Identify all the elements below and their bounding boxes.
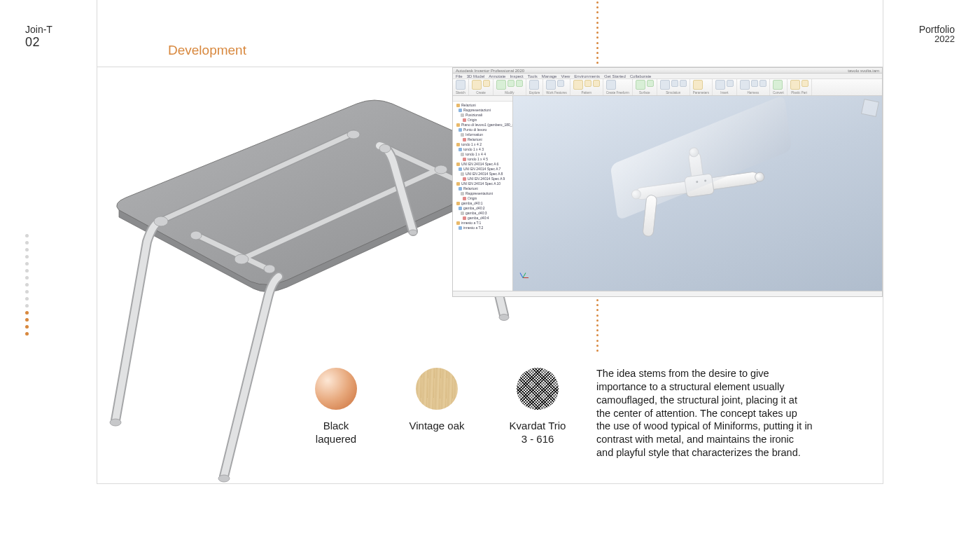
page-dot <box>25 332 29 336</box>
ribbon-group-label: Harness <box>740 91 766 95</box>
ribbon-group: Harness <box>737 79 770 95</box>
tree-node-icon <box>461 172 464 176</box>
frame-right <box>883 0 883 484</box>
tree-item: UNI EN 24014 Spec A 9 <box>455 177 510 181</box>
page-dot <box>25 290 29 294</box>
ribbon-group-label: Plastic Part <box>790 91 808 95</box>
ribbon-icon <box>760 80 766 87</box>
tree-node-label: Relazioni <box>468 137 482 142</box>
tree-item: innesto a T:2 <box>455 226 510 230</box>
ribbon-icon <box>790 80 800 90</box>
ribbon-group: Create <box>469 79 493 95</box>
tree-item: tondo 1 x 4 4 <box>455 152 510 156</box>
page-dot <box>25 304 29 308</box>
ribbon-group-label: Simulation <box>660 91 687 95</box>
tree-node-icon <box>463 216 466 220</box>
ribbon-icon <box>671 80 678 87</box>
ribbon-group: Explore <box>526 79 543 95</box>
tree-node-icon <box>461 113 464 117</box>
ribbon-group-label: Insert <box>715 91 734 95</box>
tree-node-icon <box>458 207 462 210</box>
material-swatches: Blacklaquered Vintage oak Kvardat Trio3 … <box>301 368 573 446</box>
tree-node-label: UNI EN 24014 Spec A 7 <box>463 167 500 171</box>
tree-item: innesto a T:1 <box>455 221 510 225</box>
tree-item: Relazioni <box>455 103 510 107</box>
tree-node-icon <box>458 187 462 191</box>
ribbon-icon <box>740 80 750 90</box>
cad-menu-item: Collaborate <box>630 74 652 78</box>
tree-item: Origin <box>455 118 510 122</box>
page-dot <box>25 248 29 251</box>
cad-menu-item: 3D Model <box>467 74 485 78</box>
ribbon-group-label: Pattern <box>573 91 600 95</box>
tree-node-icon <box>463 138 466 142</box>
tree-node-icon <box>456 221 460 225</box>
svg-point-1 <box>347 130 360 139</box>
page-dot <box>25 283 29 287</box>
cad-menu-item: Tools <box>528 74 538 78</box>
tree-item: Origin <box>455 196 510 200</box>
ribbon-icon <box>647 80 654 87</box>
svg-point-9 <box>218 475 230 482</box>
tree-node-label: Origin <box>468 196 477 200</box>
tree-item: Rappresentazioni <box>455 108 510 112</box>
ribbon-icon <box>680 80 687 87</box>
tree-node-icon <box>461 153 464 156</box>
ribbon-group: Insert <box>713 79 737 95</box>
ribbon-group: Create Freeform <box>603 79 633 95</box>
tree-node-icon <box>456 163 460 166</box>
ribbon-group: Work Features <box>543 79 570 95</box>
page-dot <box>25 311 29 315</box>
svg-point-8 <box>110 419 121 426</box>
tree-node-label: tondo 1 x 4 3 <box>463 147 484 151</box>
svg-point-0 <box>154 216 168 226</box>
page-indicator <box>25 234 29 336</box>
tree-item: Rappresentazioni <box>455 191 510 195</box>
cad-menu-item: Inspect <box>510 74 523 78</box>
svg-point-10 <box>499 315 509 321</box>
ribbon-icon <box>715 80 725 90</box>
cad-ribbon: SketchCreateModifyExploreWork FeaturesPa… <box>453 79 882 96</box>
cad-menu-item: Environments <box>574 74 600 78</box>
page-dot <box>25 269 29 272</box>
swatch-icon <box>315 368 357 410</box>
tree-item: Information <box>455 132 510 137</box>
ribbon-icon <box>606 80 616 90</box>
tree-node-icon <box>463 158 466 161</box>
page-dot <box>25 325 29 329</box>
ribbon-icon <box>546 80 556 90</box>
material-black-laquered: Blacklaquered <box>301 368 371 446</box>
ribbon-icon <box>584 80 592 87</box>
tree-node-label: Punto di lavoro <box>463 127 486 132</box>
tree-node-icon <box>456 143 460 146</box>
tree-node-label: Piano di lavoro1 (gambero_180_40):1 <box>461 123 513 127</box>
tree-item: gamba_d40:4 <box>455 216 510 220</box>
tree-item: tondo 1 x 4 2 <box>455 142 510 146</box>
tree-node-icon <box>456 123 460 127</box>
ribbon-icon <box>456 80 465 90</box>
tree-item: Relazioni <box>455 137 510 142</box>
ribbon-group: Modify <box>493 79 526 95</box>
ribbon-icon <box>529 80 539 90</box>
project-name: Join-T <box>25 24 52 35</box>
tree-node-label: UNI EN 24014 Spec A 6 <box>461 162 498 166</box>
tree-node-icon <box>461 133 464 137</box>
ribbon-group: Simulation <box>657 79 690 95</box>
cad-menu-item: View <box>561 74 570 78</box>
ribbon-group: Convert <box>770 79 788 95</box>
tree-node-icon <box>463 177 466 181</box>
tree-node-icon <box>458 226 462 230</box>
ribbon-icon <box>660 80 670 90</box>
ribbon-group: Parameters <box>690 79 713 95</box>
cad-window-title: Autodesk Inventor Professional 2020 <box>456 69 524 73</box>
cad-menu-item: Annotate <box>489 74 505 78</box>
tree-node-label: Relazioni <box>463 186 478 191</box>
cad-file-name: tavolo svolta.iam <box>848 69 879 73</box>
tree-item: Relazioni <box>455 186 510 191</box>
tree-item: tondo 1 x 4 5 <box>455 157 510 161</box>
tree-node-icon <box>456 104 460 107</box>
viewcube-icon <box>861 99 879 117</box>
tree-item: gamba_d40:1 <box>455 201 510 205</box>
ribbon-icon <box>557 80 564 87</box>
ribbon-group: Sketch <box>453 79 469 95</box>
